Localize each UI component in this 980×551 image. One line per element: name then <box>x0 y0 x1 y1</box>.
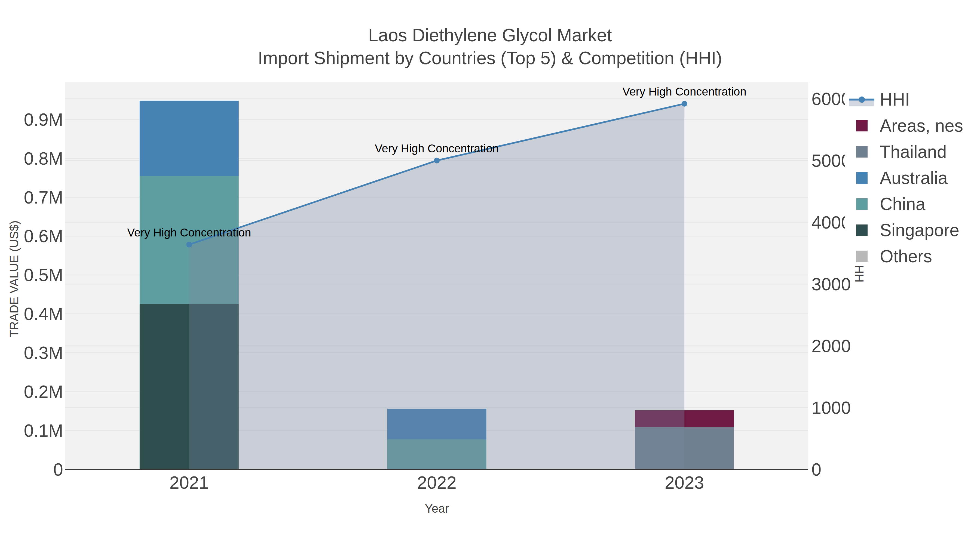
legend-hhi-marker-swatch <box>859 97 865 103</box>
stacked-bar-hhi-chart: Laos Diethylene Glycol Market Import Shi… <box>0 0 980 551</box>
legend-item-label: Areas, nes <box>880 116 963 135</box>
legend-item-label: China <box>880 194 926 214</box>
y2-tick-label: 3000 <box>811 274 851 294</box>
legend-item-label: Singapore <box>880 221 959 240</box>
legend-item-label: Australia <box>880 168 948 188</box>
hhi-point-2023[interactable] <box>682 101 687 106</box>
legend-color-swatch <box>856 146 867 157</box>
legend: HHIAreas, nesThailandAustraliaChinaSinga… <box>845 89 972 266</box>
y-tick-label: 0.4M <box>24 304 63 324</box>
legend-color-swatch <box>856 198 867 210</box>
legend-color-swatch <box>856 172 867 184</box>
legend-item-label: HHI <box>880 90 910 110</box>
chart-figure: Laos Diethylene Glycol Market Import Shi… <box>0 0 980 551</box>
y2-tick-label: 0 <box>811 460 821 480</box>
y2-tick-label: 1000 <box>811 398 851 418</box>
y2-tick-label: 4000 <box>811 213 851 232</box>
hhi-point-2022[interactable] <box>434 158 440 164</box>
chart-title-line2: Import Shipment by Countries (Top 5) & C… <box>258 48 722 68</box>
y2-tick-label: 6000 <box>811 89 851 109</box>
chart-title-line1: Laos Diethylene Glycol Market <box>368 25 612 45</box>
y-tick-label: 0.7M <box>24 187 63 207</box>
legend-item-label: Others <box>880 246 932 266</box>
y-tick-label: 0 <box>53 460 63 480</box>
y-tick-label: 0.3M <box>24 343 63 363</box>
y-tick-label: 0.1M <box>24 421 63 440</box>
y-tick-label: 0.2M <box>24 382 63 402</box>
x-tick-label: 2021 <box>170 473 209 492</box>
annotation-2022: Very High Concentration <box>375 142 499 155</box>
y-tick-label: 0.5M <box>24 265 63 285</box>
y2-tick-label: 5000 <box>811 151 851 171</box>
x-axis-title: Year <box>425 502 449 515</box>
legend-color-swatch <box>856 224 867 236</box>
legend-item-label: Thailand <box>880 142 947 162</box>
bar-segment-australia-2021[interactable] <box>140 101 239 176</box>
annotation-2023: Very High Concentration <box>622 85 746 98</box>
hhi-point-2021[interactable] <box>186 241 192 247</box>
legend-color-swatch <box>856 251 867 262</box>
y-tick-label: 0.9M <box>24 110 63 130</box>
legend-color-swatch <box>856 120 867 132</box>
x-tick-label: 2022 <box>417 473 457 492</box>
annotation-2021: Very High Concentration <box>127 226 251 239</box>
x-tick-label: 2023 <box>665 473 704 492</box>
y2-tick-label: 2000 <box>811 336 851 356</box>
y-tick-label: 0.8M <box>24 149 63 168</box>
y-axis-title: TRADE VALUE (US$) <box>7 221 21 337</box>
y-tick-label: 0.6M <box>24 226 63 246</box>
